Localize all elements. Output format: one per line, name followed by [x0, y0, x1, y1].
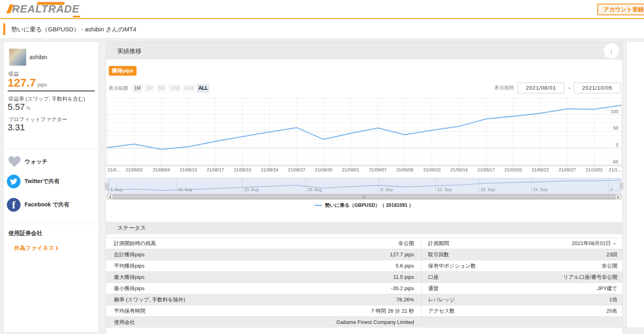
page: REALTRADE アカウント登録 勢いに乗る（GBPUSD） - ashibi… — [0, 0, 644, 334]
broker-section-label: 使用証券会社 — [8, 230, 42, 237]
table-row: 平均獲得pips5.6 pips保有中ポジション数非公開 — [106, 260, 622, 271]
period-separator: ~ — [567, 85, 571, 91]
logo-orange-underline — [73, 16, 81, 17]
stat-label: 口座 — [421, 272, 550, 282]
period-from-input[interactable] — [518, 82, 564, 93]
navigator-left-handle[interactable] — [105, 183, 108, 190]
scrollbar-left-arrow[interactable] — [107, 194, 112, 199]
stat-label: 計測期間 — [421, 238, 550, 249]
performance-panel-header: 実績推移 ↓ — [106, 42, 622, 60]
scrollbar-grip-icon — [362, 196, 365, 198]
stat-value: 非公開 — [550, 260, 622, 271]
stat-label: アクセス数 — [421, 305, 550, 316]
watch-button[interactable]: ウォッチ — [4, 154, 99, 170]
x-tick-label: 21/0… — [108, 167, 120, 172]
table-row: 使用会社Gaitame Finest Company Limited — [106, 316, 622, 328]
stat-value: 127.7 pips — [299, 249, 414, 260]
chart-navigator[interactable]: 1. Aug10. Aug20. Aug28. Aug6. Sep10. Sep… — [107, 178, 621, 194]
navigator-tick-label: 28. Aug — [308, 187, 322, 192]
stat-label: レバレッジ — [421, 294, 550, 305]
period-selector: 表示期間 ~ — [494, 82, 621, 93]
table-row: 最大獲得pips11.5 pips口座リアル口座/番号非公開 — [106, 271, 622, 282]
chart-legend-item[interactable]: 勢いに乗る（GBPUSD）（ 20181091 ） — [106, 202, 622, 208]
username: ashibin — [29, 54, 47, 60]
x-tick-label: 21/09/01 — [342, 167, 359, 172]
period-to-input[interactable] — [574, 82, 621, 93]
table-row: 計測開始時の残高非公開計測期間2021年08月01日 ～ — [106, 237, 622, 249]
x-tick-label: 21/08/10 — [180, 167, 197, 172]
stat-label: 保有中ポジション数 — [421, 260, 550, 271]
stat-value: 7 時間 26 分 21 秒 — [299, 305, 414, 316]
chart-scrollbar — [107, 194, 621, 200]
account-register-button[interactable]: アカウント登録 — [597, 4, 644, 15]
scrollbar-right-arrow[interactable] — [616, 194, 621, 199]
x-tick-label: 21/09/17 — [478, 167, 495, 172]
navigator-tick-label: 10. Sep — [437, 187, 452, 192]
stat-value: 非公開 — [299, 238, 414, 249]
navigator-right-handle[interactable] — [620, 183, 623, 190]
x-tick-label: 21/09/14 — [450, 167, 468, 172]
table-row: 最小獲得pips-35.2 pips通貨JPY建て — [106, 282, 622, 294]
navigator-tick-label: 20. Aug — [244, 187, 259, 192]
range-button-all[interactable]: ALL — [197, 84, 209, 93]
x-tick-label: 21/09/20 — [505, 167, 522, 172]
legend-line-icon — [315, 205, 322, 206]
pips-badge: 獲得pips — [109, 66, 137, 76]
line-chart-plot[interactable]: -50050100 — [107, 98, 622, 168]
scrollbar-thumb[interactable] — [113, 194, 615, 199]
range-button-24m: 24M — [182, 84, 195, 93]
range-button-1m[interactable]: 1M — [132, 84, 143, 93]
stat-label: 平均保有時間 — [106, 305, 299, 316]
watch-label: ウォッチ — [25, 158, 48, 165]
status-title: ステータス — [117, 225, 146, 232]
stat-value: Gaitame Finest Company Limited — [299, 317, 414, 327]
stat-label: 計測開始時の残高 — [106, 238, 299, 249]
profit-factor-value: 3.31 — [8, 122, 25, 133]
facebook-icon: f — [7, 198, 21, 212]
x-tick-label: 21/09/27 — [559, 167, 576, 172]
x-tick-label: 21/10/01 — [586, 167, 603, 172]
twitter-share-button[interactable]: Twitterで共有 — [4, 173, 99, 190]
legend-label: 勢いに乗る（GBPUSD）（ 20181091 ） — [325, 202, 414, 209]
x-tick-label: 21/09/07 — [369, 167, 387, 172]
table-row: 勝率 (スワップ, 手数料を除外)78.26%レバレッジ1倍 — [106, 294, 622, 305]
range-button-3m: 3M — [144, 84, 155, 93]
x-tick-label: 21/08/04 — [153, 167, 170, 172]
stat-label: 使用会社 — [106, 317, 299, 327]
return-unit: % — [26, 105, 31, 111]
download-button[interactable]: ↓ — [604, 43, 619, 58]
realtrade-logo[interactable]: REALTRADE — [12, 3, 79, 16]
stat-value: 5.6 pips — [299, 260, 414, 271]
x-tick-label: 21/08/02 — [126, 167, 143, 172]
stat-value — [550, 317, 622, 327]
table-row: 合計獲得pips127.7 pips取引回数23回 — [106, 249, 622, 260]
stat-value: -35.2 pips — [299, 283, 414, 294]
main-panel: 実績推移 ↓ 獲得pips 表示範囲 1M3M6M12M24MALL 表示期間 … — [106, 41, 623, 334]
logo-orange-bar — [37, 2, 65, 5]
svg-text:100: 100 — [611, 109, 618, 114]
facebook-share-button[interactable]: f Facebook で共有 — [4, 197, 99, 213]
table-row: 平均保有時間7 時間 26 分 21 秒アクセス数20名 — [106, 305, 622, 316]
chart-x-axis-labels: 21/0…21/08/0221/08/0421/08/1021/08/1721/… — [107, 167, 622, 173]
twitter-share-label: Twitterで共有 — [25, 178, 60, 185]
stat-value: 11.5 pips — [299, 272, 414, 282]
x-tick-label: 21/09/22 — [532, 167, 549, 172]
svg-text:-50: -50 — [612, 159, 618, 164]
range-button-6m: 6M — [156, 84, 167, 93]
x-tick-label: 21/09/09 — [396, 167, 414, 172]
stat-value: リアル口座/番号非公開 — [550, 272, 622, 282]
profit-unit: pips — [37, 82, 47, 88]
navigator-tick-label: 18. Sep — [480, 187, 495, 192]
page-title: 勢いに乗る（GBPUSD） - ashibin さんのMT4 — [11, 26, 137, 33]
svg-text:50: 50 — [613, 126, 618, 130]
range-button-12m: 12M — [168, 84, 181, 93]
return-value: 5.57 — [8, 102, 25, 112]
profit-value: 127.7 — [8, 76, 36, 89]
navigator-tick-label: 6. Sep — [381, 187, 393, 192]
broker-link[interactable]: 外為ファイネスト — [14, 245, 60, 252]
facebook-share-label: Facebook で共有 — [25, 201, 70, 208]
navigator-tick-label: 4. … — [610, 187, 619, 192]
x-tick-label: 21/09/10 — [423, 167, 441, 172]
stat-label: 勝率 (スワップ, 手数料を除外) — [106, 294, 299, 305]
stat-label: 平均獲得pips — [106, 260, 299, 271]
